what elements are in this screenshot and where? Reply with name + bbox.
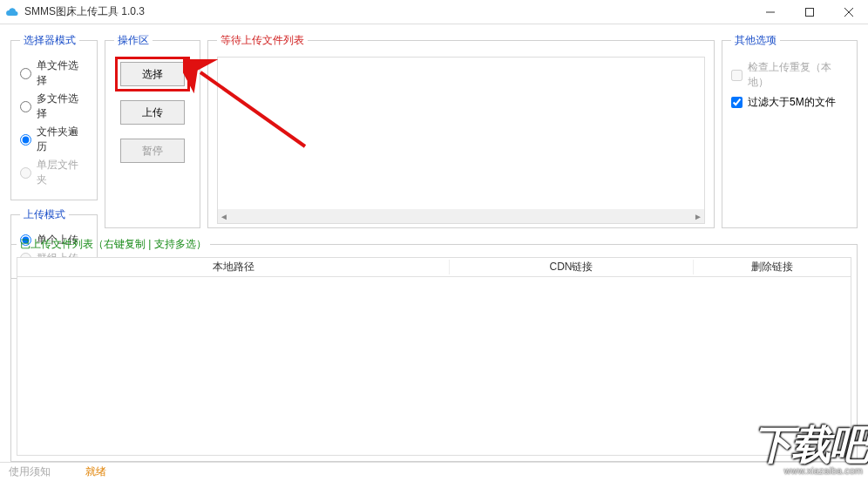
ops-group: 操作区 选择 上传 暂停 [105,33,200,228]
col-local-path[interactable]: 本地路径 [17,260,450,274]
uploaded-legend: 已上传文件列表（右键复制 | 支持多选） [17,237,210,252]
ops-legend: 操作区 [114,33,153,48]
selector-mode-group: 选择器模式 单文件选择 多文件选择 文件夹遍历 单层文件夹 [10,33,98,200]
horizontal-scrollbar[interactable]: ◄ ► [218,209,704,223]
pending-list[interactable]: ◄ ► [217,57,705,224]
radio-folder-flat: 单层文件夹 [20,158,88,187]
pending-group: 等待上传文件列表 ◄ ► [207,33,715,228]
upload-mode-legend: 上传模式 [20,207,69,222]
cloud-icon [5,5,19,19]
close-button[interactable] [829,0,868,24]
radio-multi-file[interactable]: 多文件选择 [20,91,88,121]
pending-legend: 等待上传文件列表 [217,33,308,48]
options-legend: 其他选项 [731,33,780,48]
filter-5m-option[interactable]: 过滤大于5M的文件 [731,95,848,110]
uploaded-group: 已上传文件列表（右键复制 | 支持多选） 本地路径 CDN链接 删除链接 [10,237,858,462]
options-group: 其他选项 检查上传重复（本地） 过滤大于5M的文件 [722,33,858,228]
svg-rect-1 [805,9,813,17]
status-text: 就绪 [85,464,106,479]
scroll-right-icon[interactable]: ► [694,212,702,221]
maximize-button[interactable] [790,0,829,24]
window-title: SMMS图床上传工具 1.0.3 [24,4,750,19]
upload-button[interactable]: 上传 [120,100,185,125]
uploaded-table-header: 本地路径 CDN链接 删除链接 [17,258,851,277]
col-cdn-link[interactable]: CDN链接 [450,260,694,274]
radio-folder-recursive[interactable]: 文件夹遍历 [20,125,88,154]
pause-button: 暂停 [120,139,185,163]
radio-single-file[interactable]: 单文件选择 [20,58,88,88]
selector-mode-legend: 选择器模式 [20,33,79,48]
col-delete-link[interactable]: 删除链接 [694,260,851,274]
minimize-button[interactable] [750,0,790,24]
check-dup-option: 检查上传重复（本地） [731,60,848,90]
select-button[interactable]: 选择 [120,62,185,86]
uploaded-table[interactable]: 本地路径 CDN链接 删除链接 [17,257,851,456]
statusbar: 使用须知 就绪 [0,462,868,481]
status-hint[interactable]: 使用须知 [9,464,51,479]
scroll-left-icon[interactable]: ◄ [220,212,228,221]
titlebar: SMMS图床上传工具 1.0.3 [0,0,868,24]
